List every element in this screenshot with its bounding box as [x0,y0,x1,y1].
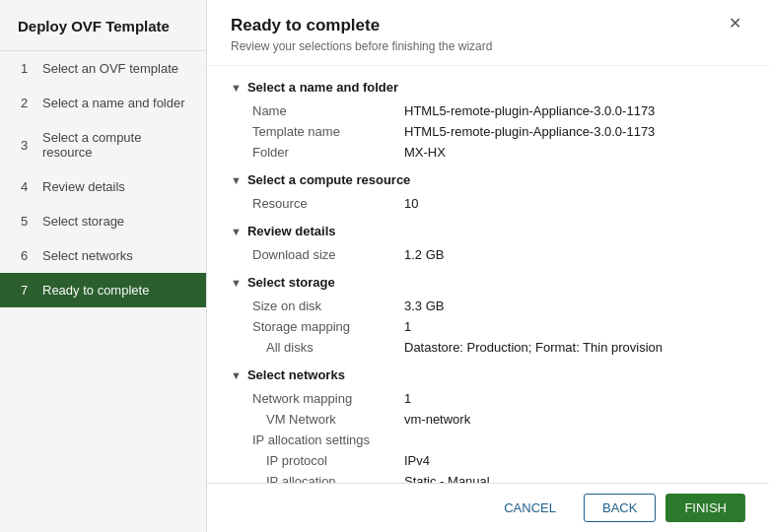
label-ip-allocation: IP allocation [246,474,404,483]
back-button[interactable]: BACK [584,494,656,522]
label-all-disks: All disks [246,340,404,355]
step-num-2: 2 [21,96,35,110]
sidebar-item-label-6: Select networks [42,248,133,263]
section-storage: ▼ Select storage Size on disk 3.3 GB Sto… [231,275,745,358]
sidebar-item-2[interactable]: 2 Select a name and folder [0,86,206,120]
chevron-icon-storage: ▼ [231,277,242,289]
value-size-on-disk: 3.3 GB [404,299,444,313]
value-download-size: 1.2 GB [404,247,444,262]
section-body-review: Download size 1.2 GB [231,244,745,265]
value-vm-network: vm-network [404,412,470,427]
sidebar-item-label-3: Select a compute resource [42,130,188,160]
page-subtitle: Review your selections before finishing … [231,39,492,53]
content-area: ▼ Select a name and folder Name HTML5-re… [207,66,769,483]
main-header: Ready to complete Review your selections… [207,0,769,66]
sidebar: Deploy OVF Template 1 Select an OVF temp… [0,0,207,532]
finish-button[interactable]: FINISH [665,494,745,522]
chevron-icon-compute: ▼ [231,174,242,186]
main-panel: Ready to complete Review your selections… [207,0,769,532]
row-name: Name HTML5-remote-plugin-Appliance-3.0.0… [246,100,745,121]
section-header-name-folder[interactable]: ▼ Select a name and folder [231,80,745,95]
close-button[interactable]: ✕ [725,16,745,32]
row-download-size: Download size 1.2 GB [246,244,745,265]
section-heading-compute: Select a compute resource [247,172,410,187]
value-name: HTML5-remote-plugin-Appliance-3.0.0-1173 [404,103,655,118]
value-resource: 10 [404,196,418,211]
label-download-size: Download size [246,247,404,262]
section-heading-name-folder: Select a name and folder [247,80,398,95]
section-body-networks: Network mapping 1 VM Network vm-network … [231,388,745,483]
sidebar-item-3[interactable]: 3 Select a compute resource [0,120,206,169]
chevron-icon-review: ▼ [231,226,242,237]
row-vm-network: VM Network vm-network [246,409,745,430]
chevron-icon: ▼ [231,82,242,94]
value-folder: MX-HX [404,145,446,160]
row-size-on-disk: Size on disk 3.3 GB [246,296,745,316]
label-network-mapping: Network mapping [246,391,404,406]
step-num-4: 4 [21,179,35,194]
sidebar-item-label-1: Select an OVF template [42,61,178,76]
step-num-1: 1 [21,61,35,76]
label-ip-protocol: IP protocol [246,453,404,468]
label-size-on-disk: Size on disk [246,299,404,313]
row-all-disks: All disks Datastore: Production; Format:… [246,337,745,358]
value-template-name: HTML5-remote-plugin-Appliance-3.0.0-1173 [404,124,655,139]
section-header-review[interactable]: ▼ Review details [231,224,745,238]
row-network-mapping: Network mapping 1 [246,388,745,409]
chevron-icon-networks: ▼ [231,369,242,381]
row-resource: Resource 10 [246,193,745,214]
section-header-storage[interactable]: ▼ Select storage [231,275,745,290]
sidebar-item-7[interactable]: 7 Ready to complete [0,273,206,307]
sidebar-item-4[interactable]: 4 Review details [0,169,206,204]
label-template-name: Template name [246,124,404,139]
value-ip-protocol: IPv4 [404,453,430,468]
section-header-compute[interactable]: ▼ Select a compute resource [231,172,745,187]
label-folder: Folder [246,145,404,160]
sidebar-item-5[interactable]: 5 Select storage [0,204,206,238]
page-title: Ready to complete [231,16,492,35]
section-name-folder: ▼ Select a name and folder Name HTML5-re… [231,80,745,163]
sidebar-title: Deploy OVF Template [0,0,206,51]
row-template-name: Template name HTML5-remote-plugin-Applia… [246,121,745,142]
sidebar-item-label-7: Ready to complete [42,283,149,298]
sidebar-item-label-5: Select storage [42,214,124,229]
row-storage-mapping: Storage mapping 1 [246,316,745,337]
value-network-mapping: 1 [404,391,411,406]
section-compute: ▼ Select a compute resource Resource 10 [231,172,745,214]
row-ip-protocol: IP protocol IPv4 [246,450,745,471]
label-ip-allocation-settings: IP allocation settings [246,432,404,447]
section-body-compute: Resource 10 [231,193,745,214]
label-name: Name [246,103,404,118]
section-body-name-folder: Name HTML5-remote-plugin-Appliance-3.0.0… [231,100,745,163]
section-heading-review: Review details [247,224,336,238]
sidebar-item-label-4: Review details [42,179,125,194]
value-storage-mapping: 1 [404,319,411,334]
sidebar-item-label-2: Select a name and folder [42,96,185,110]
row-ip-allocation: IP allocation Static - Manual [246,471,745,483]
section-heading-storage: Select storage [247,275,335,290]
header-text: Ready to complete Review your selections… [231,16,492,53]
sidebar-item-6[interactable]: 6 Select networks [0,238,206,273]
section-body-storage: Size on disk 3.3 GB Storage mapping 1 Al… [231,296,745,358]
step-num-7: 7 [21,283,35,298]
value-ip-allocation: Static - Manual [404,474,490,483]
cancel-button[interactable]: CANCEL [486,494,574,522]
section-header-networks[interactable]: ▼ Select networks [231,367,745,382]
label-resource: Resource [246,196,404,211]
sidebar-item-1[interactable]: 1 Select an OVF template [0,51,206,86]
step-num-5: 5 [21,214,35,229]
row-folder: Folder MX-HX [246,142,745,163]
footer: CANCEL BACK FINISH [207,483,769,532]
value-all-disks: Datastore: Production; Format: Thin prov… [404,340,663,355]
row-ip-allocation-settings: IP allocation settings [246,430,745,450]
section-review: ▼ Review details Download size 1.2 GB [231,224,745,265]
label-vm-network: VM Network [246,412,404,427]
label-storage-mapping: Storage mapping [246,319,404,334]
section-heading-networks: Select networks [247,367,345,382]
step-num-3: 3 [21,138,35,153]
deploy-ovf-dialog: Deploy OVF Template 1 Select an OVF temp… [0,0,769,532]
section-networks: ▼ Select networks Network mapping 1 VM N… [231,367,745,483]
step-num-6: 6 [21,248,35,263]
